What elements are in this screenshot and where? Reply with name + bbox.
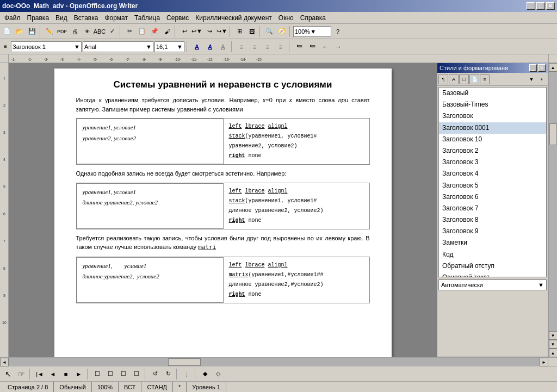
- style-obratny-otstup[interactable]: Обратный отступ: [439, 260, 546, 272]
- hand-btn[interactable]: ☞: [15, 368, 27, 380]
- save-button[interactable]: 💾: [26, 26, 38, 38]
- nav-btn-2[interactable]: ◄: [47, 368, 59, 380]
- menu-format[interactable]: Формат: [101, 13, 131, 23]
- scroll-right-btn[interactable]: ►: [540, 358, 548, 366]
- copy-button[interactable]: 📋: [136, 26, 148, 38]
- scroll-h-track[interactable]: [9, 358, 540, 366]
- styles-filter-dropdown[interactable]: Автоматически ▼: [438, 279, 547, 290]
- cut-button[interactable]: ✂: [123, 26, 135, 38]
- align-center-button[interactable]: ≡: [249, 41, 261, 52]
- style-bazoviy[interactable]: Базовый: [439, 88, 546, 99]
- navigator-button[interactable]: 🧭: [276, 26, 288, 38]
- styles-close-btn[interactable]: ✕: [538, 64, 546, 72]
- extra-btn-1[interactable]: ◆: [199, 368, 211, 380]
- view-btn-1[interactable]: ☐: [91, 368, 103, 380]
- zoom-select[interactable]: 100% ▼: [293, 26, 331, 37]
- export-pdf-button[interactable]: PDF: [56, 26, 68, 38]
- style-zagolovok-0001[interactable]: Заголовок 0001: [439, 122, 546, 134]
- redo-button[interactable]: ↪: [203, 26, 215, 38]
- scroll-up-btn2[interactable]: ▲: [549, 349, 558, 357]
- undo-button[interactable]: ↩: [178, 26, 190, 38]
- styles-list-btn[interactable]: ≡: [480, 74, 490, 84]
- style-zagolovok-10[interactable]: Заголовок 10: [439, 134, 546, 145]
- print-button[interactable]: 🖨: [69, 26, 81, 38]
- indent-inc-button[interactable]: →: [332, 41, 344, 52]
- style-zagolovok-6[interactable]: Заголовок 6: [439, 191, 546, 203]
- menu-table[interactable]: Таблица: [131, 13, 163, 23]
- style-zagolovok-7[interactable]: Заголовок 7: [439, 203, 546, 214]
- align-justify-button[interactable]: ≡: [275, 41, 287, 52]
- paste-button[interactable]: 📌: [148, 26, 160, 38]
- style-bazoviy-times[interactable]: Базовый-Times: [439, 99, 546, 110]
- cursor-btn[interactable]: ↖: [2, 368, 14, 380]
- edit-button[interactable]: ✏️: [44, 26, 55, 38]
- bold-button[interactable]: A: [191, 41, 203, 52]
- font-dropdown[interactable]: Arial ▼: [83, 41, 153, 52]
- nav-btn-4[interactable]: ►: [73, 368, 85, 380]
- bul-list-button[interactable]: ≔: [306, 41, 318, 52]
- num-list-button[interactable]: ≔: [293, 41, 305, 52]
- styles-new-btn[interactable]: +: [537, 74, 547, 84]
- menu-file[interactable]: Файл: [1, 13, 24, 23]
- styles-list[interactable]: Базовый Базовый-Times Заголовок Заголово…: [438, 87, 547, 277]
- menu-view[interactable]: Вид: [52, 13, 71, 23]
- style-kod[interactable]: Код: [439, 249, 546, 260]
- menu-help[interactable]: Справка: [297, 13, 329, 23]
- style-zagolovok-2[interactable]: Заголовок 2: [439, 145, 546, 157]
- find-button[interactable]: 🔍: [263, 26, 275, 38]
- new-button[interactable]: 📄: [1, 26, 13, 38]
- styles-para-btn[interactable]: ¶: [438, 74, 448, 84]
- spell-button[interactable]: ABC: [94, 26, 106, 38]
- style-zagolovok-8[interactable]: Заголовок 8: [439, 214, 546, 226]
- maximize-button[interactable]: □: [536, 2, 545, 10]
- styles-char-btn[interactable]: A: [449, 74, 459, 84]
- indent-dec-button[interactable]: ←: [319, 41, 331, 52]
- undo-list-button[interactable]: ↩▼: [191, 26, 203, 38]
- minimize-button[interactable]: _: [527, 2, 535, 10]
- forward-btn[interactable]: ↻: [162, 368, 174, 380]
- italic-button[interactable]: A: [204, 41, 216, 52]
- menu-cyrillic[interactable]: Кириллический документ: [192, 13, 275, 23]
- styles-minimize-btn[interactable]: _: [529, 64, 537, 72]
- styles-extra-btn[interactable]: ▼: [527, 74, 536, 84]
- size-dropdown[interactable]: 16,1 ▼: [154, 41, 184, 52]
- view-btn-2[interactable]: ☐: [104, 368, 116, 380]
- menu-window[interactable]: Окно: [275, 13, 297, 23]
- table-button[interactable]: ⊞: [233, 26, 245, 38]
- style-dropdown[interactable]: Заголовок 1 ▼: [11, 41, 82, 52]
- menu-service[interactable]: Сервис: [163, 13, 192, 23]
- insert-image-button[interactable]: 🖼: [246, 26, 258, 38]
- style-zagolovok-9[interactable]: Заголовок 9: [439, 226, 546, 237]
- close-button[interactable]: ✕: [546, 2, 555, 10]
- scroll-down-btn1[interactable]: ▼: [549, 331, 558, 340]
- autocorrect-button[interactable]: ✓: [106, 26, 118, 38]
- view-btn-3[interactable]: ☐: [117, 368, 129, 380]
- menu-edit[interactable]: Правка: [24, 13, 53, 23]
- open-button[interactable]: 📂: [14, 26, 26, 38]
- style-osnovnoy-text[interactable]: Основной текст: [439, 272, 546, 277]
- style-zametki[interactable]: Заметки: [439, 237, 546, 248]
- scroll-thumb[interactable]: [549, 123, 557, 145]
- scroll-down-btn2[interactable]: ▼: [549, 340, 558, 349]
- back-btn[interactable]: ↺: [149, 368, 161, 380]
- clone-button[interactable]: 🖌: [161, 26, 173, 38]
- redo-list-button[interactable]: ↪▼: [216, 26, 228, 38]
- view-btn-4[interactable]: ☐: [131, 368, 143, 380]
- insert-btn[interactable]: ↓: [181, 368, 193, 380]
- print-preview-button[interactable]: 👁: [81, 26, 93, 38]
- scroll-track[interactable]: [549, 72, 558, 331]
- help-button[interactable]: ?: [332, 26, 344, 38]
- nav-btn-3[interactable]: ■: [60, 368, 72, 380]
- styles-page-btn[interactable]: 📄: [469, 74, 479, 84]
- style-zagolovok[interactable]: Заголовок: [439, 110, 546, 122]
- scroll-h-thumb[interactable]: [168, 358, 201, 366]
- style-zagolovok-3[interactable]: Заголовок 3: [439, 157, 546, 168]
- underline-button[interactable]: A: [217, 41, 229, 52]
- align-right-button[interactable]: ≡: [262, 41, 274, 52]
- styles-frame-btn[interactable]: □: [459, 74, 469, 84]
- menu-insert[interactable]: Вставка: [71, 13, 102, 23]
- style-zagolovok-4[interactable]: Заголовок 4: [439, 168, 546, 179]
- scroll-up-btn[interactable]: ▲: [549, 63, 558, 72]
- scroll-left-btn[interactable]: ◄: [0, 358, 9, 366]
- align-left-button[interactable]: ≡: [236, 41, 247, 52]
